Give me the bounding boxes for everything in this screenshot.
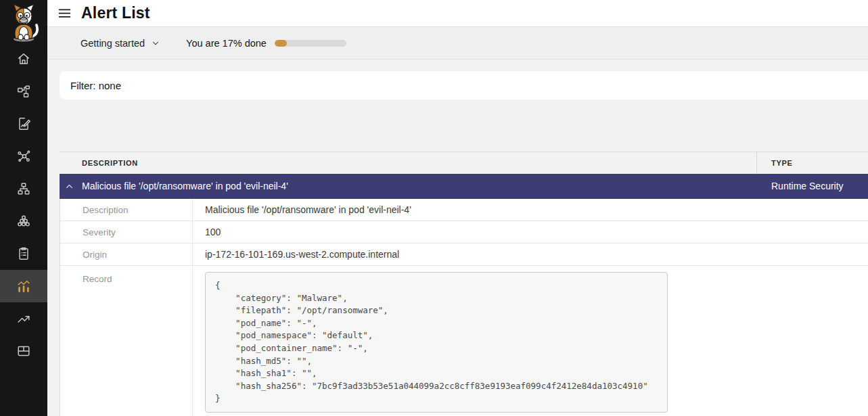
column-header-type: TYPE xyxy=(771,152,793,175)
storage-box-icon xyxy=(16,344,31,359)
sidebar-item-report[interactable] xyxy=(0,108,47,140)
detail-row-severity: Severity 100 xyxy=(60,221,868,244)
topology-icon xyxy=(16,84,31,99)
detail-value: { "category": "Malware", "filepath": "/o… xyxy=(192,266,868,416)
table-header-row: DESCRIPTION TYPE xyxy=(60,152,868,174)
detail-row-origin: Origin ip-172-16-101-169.us-west-2.compu… xyxy=(60,244,868,266)
progress-fill xyxy=(275,40,287,47)
sidebar xyxy=(0,0,47,416)
sidebar-item-checklist[interactable] xyxy=(0,237,47,270)
content-area: Filter: none DESCRIPTION TYPE Malicious … xyxy=(47,60,868,416)
detail-label: Origin xyxy=(60,244,192,265)
home-icon xyxy=(16,51,31,66)
cluster-icon xyxy=(16,214,31,229)
analytics-icon xyxy=(16,279,31,294)
sidebar-item-topology[interactable] xyxy=(0,75,47,108)
sidebar-item-molecule[interactable] xyxy=(0,140,47,172)
sitemap-icon xyxy=(16,181,31,196)
detail-value: 100 xyxy=(192,221,868,243)
progress-bar xyxy=(275,40,346,47)
molecule-icon xyxy=(16,149,31,164)
progress-text: You are 17% done xyxy=(186,38,267,49)
sidebar-item-cluster[interactable] xyxy=(0,205,47,237)
detail-value: Malicious file '/opt/ransomware' in pod … xyxy=(192,199,868,221)
detail-row-description: Description Malicious file '/opt/ransomw… xyxy=(60,199,868,221)
report-icon xyxy=(16,116,31,131)
trend-icon xyxy=(16,311,31,326)
getting-started-dropdown[interactable]: Getting started xyxy=(81,38,160,49)
alerts-table: DESCRIPTION TYPE Malicious file '/opt/ra… xyxy=(60,152,868,416)
column-header-description: DESCRIPTION xyxy=(82,152,138,175)
menu-toggle-button[interactable] xyxy=(58,6,72,20)
hamburger-icon xyxy=(58,6,72,20)
alert-type: Runtime Security xyxy=(771,174,844,199)
getting-started-band: Getting started You are 17% done xyxy=(47,28,868,60)
filter-label: Filter: none xyxy=(70,80,121,91)
clipboard-icon xyxy=(16,246,31,261)
app-root: Alert List Getting started You are 17% d… xyxy=(0,0,868,416)
sidebar-item-trends[interactable] xyxy=(0,302,47,335)
sidebar-item-analytics[interactable] xyxy=(0,270,47,302)
sidebar-item-storage[interactable] xyxy=(0,335,47,367)
detail-label: Severity xyxy=(60,221,192,243)
alert-row-expanded[interactable]: Malicious file '/opt/ransomware' in pod … xyxy=(60,174,868,199)
sidebar-item-home[interactable] xyxy=(0,43,47,75)
detail-label: Description xyxy=(60,199,192,221)
detail-label: Record xyxy=(60,266,192,416)
chevron-up-icon xyxy=(64,181,74,191)
detail-value: ip-172-16-101-169.us-west-2.compute.inte… xyxy=(192,244,868,265)
alert-details-panel: Description Malicious file '/opt/ransomw… xyxy=(60,199,868,416)
collapse-row-button[interactable] xyxy=(64,181,74,194)
page-title: Alert List xyxy=(81,4,150,22)
detail-row-record: Record { "category": "Malware", "filepat… xyxy=(60,266,868,416)
getting-started-label: Getting started xyxy=(81,38,145,49)
top-bar: Alert List xyxy=(47,0,868,27)
main-area: Alert List Getting started You are 17% d… xyxy=(47,0,868,416)
filter-bar[interactable]: Filter: none xyxy=(60,71,868,99)
sidebar-nav xyxy=(0,43,47,367)
column-divider xyxy=(756,152,757,175)
sidebar-item-sitemap[interactable] xyxy=(0,172,47,205)
record-json-code[interactable]: { "category": "Malware", "filepath": "/o… xyxy=(205,272,668,413)
alert-description: Malicious file '/opt/ransomware' in pod … xyxy=(82,174,288,199)
cat-mascot-logo[interactable] xyxy=(7,2,41,43)
chevron-down-icon xyxy=(151,39,160,48)
